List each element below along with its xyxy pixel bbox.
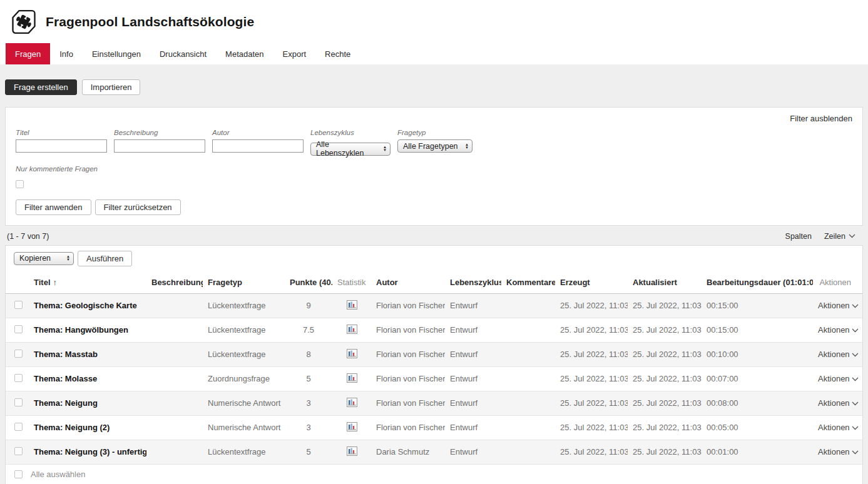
- question-points: 3: [285, 415, 332, 440]
- row-checkbox[interactable]: [14, 350, 23, 358]
- tab-export[interactable]: Export: [273, 43, 316, 64]
- row-checkbox[interactable]: [14, 447, 23, 455]
- row-checkbox[interactable]: [14, 301, 23, 309]
- filter-panel: Filter ausblenden Titel Beschreibung Aut…: [5, 107, 863, 226]
- row-checkbox[interactable]: [14, 325, 23, 333]
- tab-metadaten[interactable]: Metadaten: [216, 43, 273, 64]
- column-header-points[interactable]: Punkte (40.5): [285, 271, 332, 294]
- column-header-updated[interactable]: Aktualisiert: [628, 271, 702, 294]
- question-title-link[interactable]: Thema: Molasse: [29, 366, 146, 391]
- question-table-card: Kopieren ▲▼ Ausführen Titel↑ Beschreibun…: [5, 245, 863, 484]
- questiontype-filter-select[interactable]: Alle Fragetypen ▲▼: [397, 139, 472, 153]
- tab-druckansicht[interactable]: Druckansicht: [150, 43, 216, 64]
- row-actions-dropdown[interactable]: Aktionen: [813, 293, 862, 318]
- reset-filter-button[interactable]: Filter zurücksetzen: [95, 199, 181, 215]
- column-header-created[interactable]: Erzeugt: [555, 271, 628, 294]
- apply-filter-button[interactable]: Filter anwenden: [16, 199, 91, 215]
- bulk-action-select-top[interactable]: Kopieren ▲▼: [14, 252, 74, 265]
- rows-dropdown[interactable]: Zeilen: [824, 232, 855, 241]
- row-checkbox-cell: [6, 342, 29, 366]
- row-actions-dropdown[interactable]: Aktionen: [813, 440, 862, 464]
- table-row: Thema: Neigung (3) - unfertigLückentextf…: [6, 440, 862, 464]
- question-lifecycle: Entwurf: [445, 342, 501, 366]
- select-all-checkbox[interactable]: [14, 470, 23, 478]
- question-title-link[interactable]: Thema: Neigung (2): [29, 415, 146, 440]
- table-row: Thema: MolasseZuordnungsfrage5Florian vo…: [6, 366, 862, 391]
- question-points: 8: [285, 342, 332, 366]
- commented-only-label: Nur kommentierte Fragen: [16, 165, 852, 173]
- tab-einstellungen[interactable]: Einstellungen: [83, 43, 150, 64]
- author-filter-input[interactable]: [212, 139, 304, 153]
- select-arrows-icon: ▲▼: [383, 146, 387, 152]
- statistics-chart-icon[interactable]: [347, 446, 357, 456]
- description-filter-input[interactable]: [114, 139, 205, 153]
- question-title-link[interactable]: Thema: Neigung: [29, 391, 146, 415]
- question-updated: 25. Jul 2022, 11:03: [628, 391, 702, 415]
- question-created: 25. Jul 2022, 11:03: [555, 391, 628, 415]
- tab-rechte[interactable]: Rechte: [315, 43, 360, 64]
- question-type: Lückentextfrage: [203, 342, 285, 366]
- column-header-title[interactable]: Titel↑: [29, 271, 146, 294]
- question-author: Florian von Fischer: [371, 415, 445, 440]
- column-header-type[interactable]: Fragetyp: [203, 271, 285, 294]
- commented-only-checkbox[interactable]: [16, 180, 24, 188]
- lifecycle-filter-select[interactable]: Alle Lebenszyklen ▲▼: [310, 143, 391, 156]
- filter-field-questiontype: Fragetyp Alle Fragetypen ▲▼: [397, 129, 472, 156]
- tab-fragen[interactable]: Fragen: [6, 43, 50, 64]
- title-filter-input[interactable]: [16, 139, 107, 153]
- columns-dropdown[interactable]: Spalten: [785, 232, 812, 241]
- create-question-button[interactable]: Frage erstellen: [5, 79, 77, 95]
- row-actions-dropdown[interactable]: Aktionen: [813, 415, 862, 440]
- statistics-chart-icon[interactable]: [347, 373, 357, 383]
- question-created: 25. Jul 2022, 11:03: [555, 440, 628, 464]
- row-actions-dropdown[interactable]: Aktionen: [813, 342, 862, 366]
- question-created: 25. Jul 2022, 11:03: [555, 415, 628, 440]
- question-lifecycle: Entwurf: [445, 293, 501, 318]
- bulk-action-bar-top: Kopieren ▲▼ Ausführen: [6, 246, 862, 271]
- tab-info[interactable]: Info: [50, 43, 83, 64]
- select-arrows-icon: ▲▼: [465, 143, 469, 149]
- question-title-link[interactable]: Thema: Masstab: [29, 342, 146, 366]
- statistics-chart-icon[interactable]: [347, 398, 357, 407]
- row-actions-dropdown[interactable]: Aktionen: [813, 391, 862, 415]
- filter-field-lifecycle: Lebenszyklus Alle Lebenszyklen ▲▼: [310, 129, 391, 156]
- question-updated: 25. Jul 2022, 11:03: [628, 318, 702, 342]
- statistics-chart-icon[interactable]: [347, 300, 357, 310]
- statistics-chart-icon[interactable]: [347, 325, 357, 334]
- question-lifecycle: Entwurf: [445, 391, 501, 415]
- table-row: Thema: Neigung (2)Numerische Antwort3Flo…: [6, 415, 862, 440]
- questiontype-filter-label: Fragetyp: [397, 129, 472, 136]
- question-comments: [501, 366, 555, 391]
- page-title: Fragenpool Landschaftsökologie: [46, 14, 254, 29]
- table-row: Thema: HangwölbungenLückentextfrage7.5Fl…: [6, 318, 862, 342]
- column-header-lifecycle[interactable]: Lebenszyklus: [445, 271, 501, 294]
- select-all-row: Alle auswählen: [6, 464, 862, 484]
- row-checkbox[interactable]: [14, 398, 23, 406]
- question-title-link[interactable]: Thema: Neigung (3) - unfertig: [29, 440, 146, 464]
- column-header-comments[interactable]: Kommentare: [501, 271, 555, 294]
- statistics-chart-icon[interactable]: [347, 422, 357, 431]
- row-actions-dropdown[interactable]: Aktionen: [813, 318, 862, 342]
- header-checkbox-spacer: [6, 271, 29, 294]
- question-title-link[interactable]: Thema: Hangwölbungen: [29, 318, 146, 342]
- question-title-link[interactable]: Thema: Geologische Karte: [29, 293, 146, 318]
- question-comments: [501, 342, 555, 366]
- column-header-author[interactable]: Autor: [371, 271, 445, 294]
- column-header-duration[interactable]: Bearbeitungsdauer (01:01:00): [702, 271, 813, 294]
- row-checkbox-cell: [6, 366, 29, 391]
- row-checkbox[interactable]: [14, 423, 23, 431]
- hide-filter-link[interactable]: Filter ausblenden: [790, 114, 852, 123]
- question-updated: 25. Jul 2022, 11:03: [628, 415, 702, 440]
- import-button[interactable]: Importieren: [82, 79, 141, 95]
- execute-button-top[interactable]: Ausführen: [78, 251, 132, 266]
- question-lifecycle: Entwurf: [445, 440, 501, 464]
- lifecycle-filter-label: Lebenszyklus: [310, 129, 391, 136]
- row-checkbox[interactable]: [14, 374, 23, 382]
- question-description: [146, 293, 203, 318]
- question-description: [146, 415, 203, 440]
- chevron-down-icon: [852, 304, 859, 308]
- row-actions-dropdown[interactable]: Aktionen: [813, 366, 862, 391]
- column-header-description[interactable]: Beschreibung: [146, 271, 203, 294]
- statistics-chart-icon[interactable]: [347, 349, 357, 358]
- question-points: 9: [285, 293, 332, 318]
